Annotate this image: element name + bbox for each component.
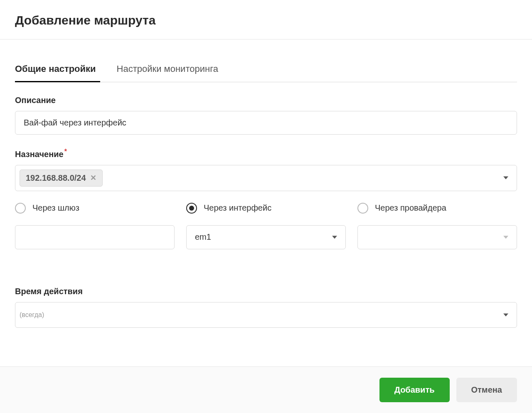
submit-button[interactable]: Добавить [379, 378, 450, 402]
description-group: Описание [15, 96, 517, 135]
close-icon[interactable]: ✕ [90, 174, 96, 182]
destination-select[interactable]: 192.168.88.0/24 ✕ [15, 165, 517, 191]
via-interface-select[interactable]: em1 [186, 225, 346, 249]
via-interface-radio[interactable]: Через интерфейс [186, 203, 346, 214]
tabs: Общие настройки Настройки мониторинга [15, 56, 517, 82]
page-title: Добавление маршрута [15, 13, 517, 27]
via-gateway-input[interactable] [15, 225, 175, 249]
via-provider-radio[interactable]: Через провайдера [357, 203, 517, 214]
time-group: Время действия (всегда) [15, 287, 517, 328]
destination-label: Назначение* [15, 148, 517, 159]
chevron-down-icon [503, 313, 508, 316]
chevron-down-icon [332, 236, 337, 238]
via-gateway-col: Через шлюз [15, 203, 186, 249]
via-interface-col: Через интерфейс em1 [186, 203, 357, 249]
via-provider-select[interactable] [357, 225, 517, 249]
tab-monitoring[interactable]: Настройки мониторинга [117, 56, 218, 82]
radio-icon [15, 203, 26, 214]
radio-icon [186, 203, 197, 214]
via-gateway-radio[interactable]: Через шлюз [15, 203, 175, 214]
via-provider-label: Через провайдера [375, 203, 446, 213]
radio-icon [357, 203, 368, 214]
time-label: Время действия [15, 287, 517, 296]
destination-tag: 192.168.88.0/24 ✕ [20, 170, 103, 187]
description-label: Описание [15, 96, 517, 105]
required-asterisk-icon: * [64, 148, 67, 155]
destination-group: Назначение* 192.168.88.0/24 ✕ [15, 148, 517, 191]
via-radio-row: Через шлюз Через интерфейс em1 Через про… [15, 203, 517, 249]
chevron-down-icon [503, 177, 508, 179]
via-gateway-label: Через шлюз [32, 203, 79, 213]
footer: Добавить Отмена [0, 366, 532, 413]
time-placeholder: (всегда) [20, 311, 44, 319]
description-input[interactable] [15, 111, 517, 135]
content-area: Общие настройки Настройки мониторинга Оп… [0, 56, 532, 328]
destination-tag-text: 192.168.88.0/24 [26, 173, 86, 183]
via-interface-label: Через интерфейс [204, 203, 271, 213]
destination-label-text: Назначение [15, 150, 64, 159]
tab-general[interactable]: Общие настройки [15, 56, 96, 82]
time-select[interactable]: (всегда) [15, 302, 517, 328]
cancel-button[interactable]: Отмена [456, 378, 517, 402]
page-header: Добавление маршрута [0, 0, 532, 39]
via-provider-col: Через провайдера [357, 203, 517, 249]
chevron-down-icon [503, 236, 508, 238]
via-interface-value: em1 [195, 232, 211, 242]
